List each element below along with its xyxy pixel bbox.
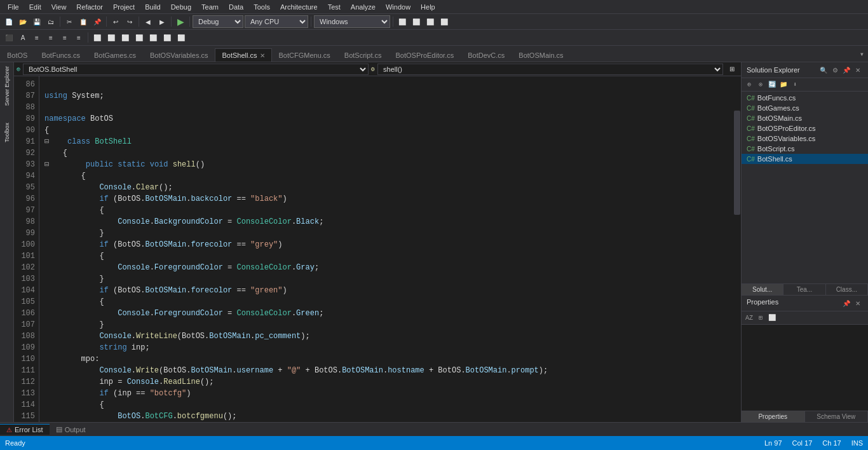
menu-build[interactable]: Build (140, 2, 165, 12)
tab-botosmain[interactable]: BotOSMain.cs (512, 48, 570, 62)
bottom-tab-output[interactable]: ▤ Output (50, 424, 92, 435)
se-pin-icon[interactable]: 📌 (841, 65, 851, 75)
tree-botshell[interactable]: C# BotShell.cs (742, 154, 868, 164)
se-toolbar1[interactable]: ⊕ (744, 79, 754, 90)
tab-botcfgmenu[interactable]: BotCFGMenu.cs (272, 48, 337, 62)
paste-btn[interactable]: 📌 (91, 15, 104, 28)
tb2-btn4[interactable]: ≡ (44, 31, 57, 44)
new-project-btn[interactable]: 📄 (3, 15, 15, 28)
tab-close-botshell[interactable]: ✕ (260, 52, 265, 59)
tab-botdevc[interactable]: BotDevC.cs (461, 48, 512, 62)
server-explorer-icon[interactable]: Server Explorer (3, 65, 11, 107)
tab-botos[interactable]: BotOS (0, 48, 34, 62)
save-all-btn[interactable]: 🗂 (44, 15, 57, 28)
se-settings-icon[interactable]: ⚙ (830, 65, 840, 75)
copy-btn[interactable]: 📋 (77, 15, 90, 28)
properties-title: Properties (747, 298, 778, 306)
tb2-btn8[interactable]: ⬜ (105, 31, 118, 44)
tab-botosvariables[interactable]: BotOSVariables.cs (143, 48, 215, 62)
toolbox-icon[interactable]: Toolbox (3, 121, 11, 144)
tb2-btn3[interactable]: ≡ (31, 31, 43, 44)
se-toolbar4[interactable]: 📁 (778, 79, 789, 90)
redo-btn[interactable]: ↪ (123, 15, 136, 28)
prop-blank-icon[interactable]: ⬜ (767, 313, 777, 323)
se-toolbar5[interactable]: ⬇ (790, 79, 800, 90)
menu-file[interactable]: File (3, 2, 24, 12)
se-tab-solution[interactable]: Solut... (742, 284, 783, 295)
menu-debug[interactable]: Debug (166, 2, 196, 12)
menu-data[interactable]: Data (224, 2, 248, 12)
tree-botscript[interactable]: C# BotScript.cs (742, 144, 868, 154)
type-dropdown[interactable]: BotOS.BotShell (23, 64, 369, 75)
properties-tabs: Properties Schema View (742, 411, 868, 422)
tab-overflow[interactable]: ▾ (856, 47, 868, 62)
cut-btn[interactable]: ✂ (63, 15, 76, 28)
undo-btn[interactable]: ↩ (109, 15, 122, 28)
tree-botfuncs[interactable]: C# BotFuncs.cs (742, 93, 868, 103)
tree-botosvariables[interactable]: C# BotOSVariables.cs (742, 133, 868, 144)
tab-botfuncs[interactable]: BotFuncs.cs (34, 48, 87, 62)
tb2-btn10[interactable]: ⬜ (133, 31, 146, 44)
tab-botgames[interactable]: BotGames.cs (87, 48, 143, 62)
menu-project[interactable]: Project (108, 2, 140, 12)
tb2-btn13[interactable]: ⬜ (175, 31, 187, 44)
expand-code-btn[interactable]: ⊞ (726, 63, 738, 76)
menu-team[interactable]: Team (196, 2, 224, 12)
se-close-icon[interactable]: ✕ (853, 65, 863, 75)
se-tab-class[interactable]: Class... (826, 284, 868, 295)
cs-file-icon4: C# (747, 125, 755, 132)
prop-close-icon[interactable]: ✕ (853, 298, 863, 308)
tb2-btn7[interactable]: ⬜ (91, 31, 104, 44)
tb2-btn12[interactable]: ⬜ (161, 31, 173, 44)
se-toolbar3[interactable]: 🔄 (767, 79, 777, 90)
debug-tool3[interactable]: ⬜ (424, 15, 437, 28)
tab-botshell[interactable]: BotShell.cs ✕ (215, 48, 271, 62)
menu-analyze[interactable]: Analyze (346, 2, 381, 12)
tree-botosproeditor[interactable]: C# BotOSProEditor.cs (742, 123, 868, 133)
start-btn[interactable]: ▶ (174, 15, 187, 28)
tree-botosmain[interactable]: C# BotOSMain.cs (742, 113, 868, 123)
tb2-btn5[interactable]: ≡ (58, 31, 71, 44)
bottom-tab-error-list[interactable]: ⚠ Error List (0, 424, 50, 435)
tb2-btn11[interactable]: ⬜ (147, 31, 159, 44)
save-btn[interactable]: 💾 (31, 15, 43, 28)
scroll-thumb[interactable] (734, 111, 740, 214)
tb2-btn6[interactable]: ≡ (72, 31, 85, 44)
menu-test[interactable]: Test (323, 2, 346, 12)
menu-window[interactable]: Window (381, 2, 416, 12)
platform-dropdown[interactable]: Any CPU (245, 15, 308, 28)
code-text[interactable]: using System; namespace BotOS { ⊟ class … (39, 76, 733, 422)
tb2-btn9[interactable]: ⬜ (119, 31, 132, 44)
open-btn[interactable]: 📂 (17, 15, 29, 28)
nav-back-btn[interactable]: ◀ (142, 15, 154, 28)
nav-fwd-btn[interactable]: ▶ (156, 15, 168, 28)
menu-help[interactable]: Help (416, 2, 440, 12)
prop-az-icon[interactable]: AZ (744, 313, 754, 323)
se-tab-team[interactable]: Tea... (783, 284, 825, 295)
prop-pin-icon[interactable]: 📌 (841, 298, 851, 308)
tab-botosproeditor[interactable]: BotOSProEditor.cs (389, 48, 461, 62)
status-right: Ln 97 Col 17 Ch 17 INS (764, 439, 863, 447)
tab-botscript[interactable]: BotScript.cs (337, 48, 389, 62)
member-dropdown[interactable]: shell() (377, 64, 723, 75)
tree-botgames[interactable]: C# BotGames.cs (742, 103, 868, 113)
se-toolbar2[interactable]: ⊗ (756, 79, 766, 90)
se-search-icon[interactable]: 🔍 (818, 65, 829, 75)
menu-tools[interactable]: Tools (248, 2, 275, 12)
debug-config-dropdown[interactable]: Debug (193, 15, 243, 28)
menu-architecture[interactable]: Architecture (275, 2, 323, 12)
menu-view[interactable]: View (46, 2, 72, 12)
menu-refactor[interactable]: Refactor (71, 2, 108, 12)
browser-dropdown[interactable]: Windows (314, 15, 390, 28)
sep-t2 (88, 32, 88, 43)
mini-scrollbar[interactable] (733, 76, 741, 422)
debug-tool4[interactable]: ⬜ (438, 15, 451, 28)
prop-tab-schema[interactable]: Schema View (805, 411, 869, 422)
prop-tab-properties[interactable]: Properties (742, 411, 805, 422)
debug-tool1[interactable]: ⬜ (396, 15, 409, 28)
tb2-btn1[interactable]: ⬛ (3, 31, 15, 44)
prop-cat-icon[interactable]: ⊞ (756, 313, 766, 323)
tb2-btn2[interactable]: A (17, 31, 29, 44)
debug-tool2[interactable]: ⬜ (410, 15, 423, 28)
menu-edit[interactable]: Edit (24, 2, 46, 12)
